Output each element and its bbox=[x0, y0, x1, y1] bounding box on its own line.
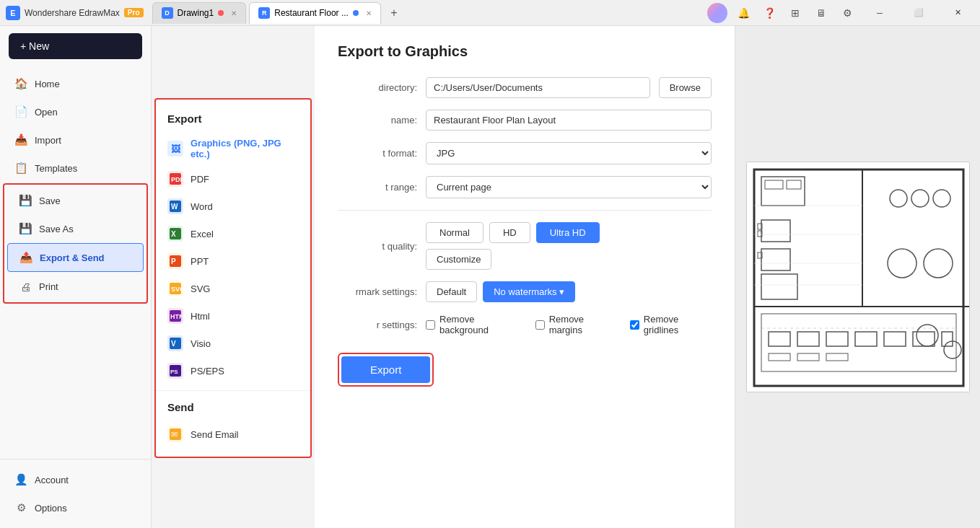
svg-rect-24 bbox=[761, 220, 790, 242]
browse-button[interactable]: Browse bbox=[659, 77, 712, 98]
svg-rect-22 bbox=[765, 180, 783, 189]
svg-icon: SVG bbox=[167, 281, 183, 296]
svg-rect-45 bbox=[826, 353, 848, 361]
display-icon[interactable]: 🖥 bbox=[811, 3, 831, 23]
directory-row: directory: Browse bbox=[338, 77, 712, 98]
sidebar-item-import[interactable]: 📥 Import bbox=[3, 126, 148, 154]
sidebar-item-print[interactable]: 🖨 Print bbox=[7, 273, 144, 300]
preview-panel bbox=[735, 26, 980, 528]
sidebar-item-print-label: Print bbox=[39, 281, 58, 292]
watermark-default-button[interactable]: Default bbox=[426, 281, 477, 302]
export-button[interactable]: Export bbox=[341, 356, 430, 383]
send-email-icon: ✉ bbox=[167, 426, 183, 442]
sidebar-item-options[interactable]: ⚙ Options bbox=[3, 494, 148, 522]
directory-label: directory: bbox=[338, 82, 417, 93]
sidebar-item-templates[interactable]: 📋 Templates bbox=[3, 154, 148, 182]
name-label: name: bbox=[338, 115, 417, 126]
export-item-html[interactable]: HTM Html bbox=[156, 302, 310, 330]
tab-restaurant-close[interactable]: ✕ bbox=[366, 9, 372, 17]
quality-label: t quality: bbox=[338, 241, 417, 252]
quality-normal-button[interactable]: Normal bbox=[426, 222, 484, 243]
range-select[interactable]: Current page All pages bbox=[426, 176, 712, 198]
tab-drawing1-dot bbox=[218, 10, 224, 16]
send-section-title: Send bbox=[156, 397, 310, 421]
sidebar-item-export-send[interactable]: 📤 Export & Send bbox=[7, 243, 144, 272]
remove-gridlines-checkbox[interactable] bbox=[630, 320, 639, 330]
name-input[interactable] bbox=[426, 110, 712, 131]
minimize-button[interactable]: ─ bbox=[863, 1, 896, 25]
export-item-graphics[interactable]: 🖼 Graphics (PNG, JPG etc.) bbox=[156, 132, 310, 165]
svg-rect-43 bbox=[769, 353, 790, 361]
tab-drawing1-close[interactable]: ✕ bbox=[231, 9, 237, 17]
format-label: t format: bbox=[338, 148, 417, 159]
sidebar-item-account[interactable]: 👤 Account bbox=[3, 466, 148, 493]
sidebar-item-open[interactable]: 📄 Open bbox=[3, 98, 148, 126]
help-icon[interactable]: ❓ bbox=[759, 3, 779, 23]
export-item-pseps[interactable]: PS PS/EPS bbox=[156, 357, 310, 384]
notification-icon[interactable]: 🔔 bbox=[733, 3, 753, 23]
svg-text:HTM: HTM bbox=[170, 313, 181, 320]
close-button[interactable]: ✕ bbox=[941, 1, 974, 25]
tab-restaurant[interactable]: R Restaurant Floor ... ✕ bbox=[249, 2, 381, 24]
app-body: + New 🏠 Home 📄 Open 📥 Import 📋 Templates bbox=[0, 26, 980, 528]
new-button[interactable]: + New bbox=[9, 33, 142, 59]
maximize-button[interactable]: ⬜ bbox=[902, 1, 935, 25]
watermark-none-button[interactable]: No watermarks ▾ bbox=[483, 281, 575, 302]
customize-button[interactable]: Customize bbox=[426, 249, 491, 270]
remove-background-label[interactable]: Remove background bbox=[426, 314, 521, 335]
export-item-html-label: Html bbox=[191, 311, 210, 322]
tab-drawing1[interactable]: D Drawing1 ✕ bbox=[152, 2, 247, 24]
watermark-row: rmark settings: Default No watermarks ▾ bbox=[338, 281, 712, 302]
remove-gridlines-label[interactable]: Remove gridlines bbox=[630, 314, 712, 335]
export-item-visio[interactable]: V Visio bbox=[156, 330, 310, 357]
user-avatar[interactable] bbox=[707, 3, 727, 23]
tab-drawing1-icon: D bbox=[162, 7, 173, 19]
export-item-ppt[interactable]: P PPT bbox=[156, 247, 310, 275]
import-icon: 📥 bbox=[14, 133, 27, 146]
export-item-pdf-label: PDF bbox=[191, 174, 209, 185]
export-form-area: Export to Graphics directory: Browse nam… bbox=[315, 26, 980, 528]
svg-point-30 bbox=[911, 190, 929, 207]
main-content: Export to Graphics directory: Browse nam… bbox=[315, 26, 980, 528]
sidebar-item-save-as[interactable]: 💾 Save As bbox=[7, 215, 144, 242]
grid-icon[interactable]: ⊞ bbox=[785, 3, 805, 23]
export-item-excel-label: Excel bbox=[191, 229, 214, 239]
sidebar-item-home[interactable]: 🏠 Home bbox=[3, 70, 148, 97]
range-row: t range: Current page All pages bbox=[338, 176, 712, 198]
directory-input[interactable] bbox=[426, 77, 650, 98]
export-item-word[interactable]: W Word bbox=[156, 193, 310, 220]
svg-point-32 bbox=[888, 249, 916, 278]
remove-margins-checkbox[interactable] bbox=[535, 320, 545, 330]
export-btn-highlight: Export bbox=[338, 353, 434, 387]
sidebar-item-save-as-label: Save As bbox=[39, 224, 74, 234]
export-item-svg[interactable]: SVG SVG bbox=[156, 275, 310, 302]
tab-restaurant-dot bbox=[353, 10, 359, 16]
svg-rect-37 bbox=[797, 332, 819, 346]
svg-text:P: P bbox=[171, 258, 176, 265]
svg-point-33 bbox=[924, 249, 953, 278]
range-label: t range: bbox=[338, 182, 417, 193]
sidebar: + New 🏠 Home 📄 Open 📥 Import 📋 Templates bbox=[0, 26, 152, 528]
remove-background-checkbox[interactable] bbox=[426, 320, 435, 330]
export-item-excel[interactable]: X Excel bbox=[156, 220, 310, 247]
save-icon: 💾 bbox=[19, 194, 32, 207]
new-tab-button[interactable]: + bbox=[384, 3, 404, 23]
sidebar-item-options-label: Options bbox=[35, 503, 67, 514]
checkbox-group: Remove background Remove margins Remove … bbox=[426, 314, 712, 335]
export-item-send-email[interactable]: ✉ Send Email bbox=[156, 421, 310, 448]
ppt-icon: P bbox=[167, 253, 183, 269]
other-label: r settings: bbox=[338, 320, 417, 330]
sidebar-item-save[interactable]: 💾 Save bbox=[7, 187, 144, 214]
quality-ultrahd-button[interactable]: Ultra HD bbox=[536, 222, 600, 243]
form-divider bbox=[338, 210, 712, 211]
svg-rect-36 bbox=[769, 332, 790, 346]
format-row: t format: JPG PNG BMP SVG GIF bbox=[338, 142, 712, 164]
preview-image bbox=[746, 162, 970, 392]
format-select[interactable]: JPG PNG BMP SVG GIF bbox=[426, 142, 712, 164]
remove-margins-label[interactable]: Remove margins bbox=[535, 314, 616, 335]
quality-hd-button[interactable]: HD bbox=[489, 222, 530, 243]
export-item-pdf[interactable]: PDF PDF bbox=[156, 165, 310, 193]
tab-restaurant-icon: R bbox=[258, 7, 270, 19]
account-icon: 👤 bbox=[14, 473, 27, 486]
settings-icon[interactable]: ⚙ bbox=[837, 3, 857, 23]
